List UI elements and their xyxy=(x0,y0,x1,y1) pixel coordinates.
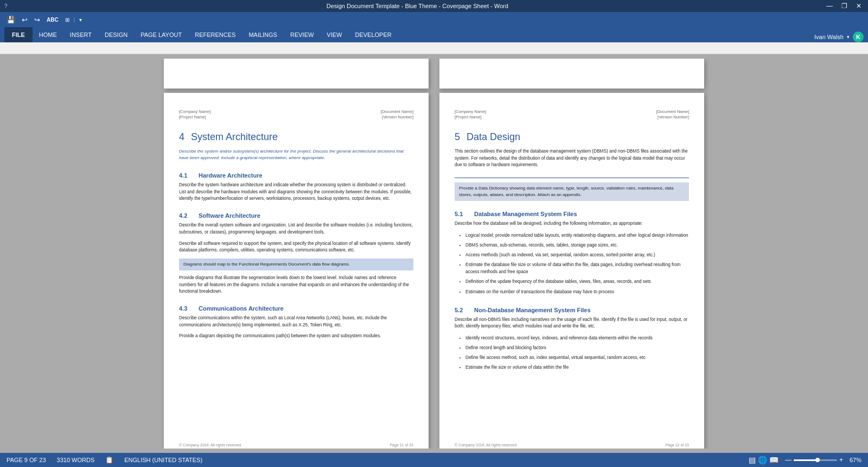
user-name: Ivan Walsh xyxy=(814,34,844,40)
right-partial-page xyxy=(439,59,704,89)
section5-highlight: Provide a Data Dictionary showing data e… xyxy=(455,182,689,201)
right-column: [Company Name] [Project Name] [Document … xyxy=(439,59,704,449)
left-column: [Company Name] [Project Name] [Document … xyxy=(164,59,429,449)
section41-title: Hardware Architecture xyxy=(199,172,263,179)
file-tab[interactable]: FILE xyxy=(4,27,33,42)
undo-icon[interactable]: ↩ xyxy=(20,15,30,25)
left-header-left: [Company Name] [Project Name] xyxy=(179,109,210,119)
section4-num: 4 xyxy=(179,131,184,143)
references-tab[interactable]: REFERENCES xyxy=(188,27,242,42)
user-area: Ivan Walsh ▾ K xyxy=(814,31,864,42)
section51-num: 5.1 xyxy=(455,211,470,217)
user-dropdown-icon[interactable]: ▾ xyxy=(847,34,850,40)
section43-title: Communications Architecture xyxy=(199,305,284,312)
bullet-item: Estimate the database file size or volum… xyxy=(465,261,689,275)
section41-heading: 4.1 Hardware Architecture xyxy=(179,172,413,179)
right-version-num: [Version Number] xyxy=(656,115,689,119)
bullet-item: Logical model; provide normalized table … xyxy=(465,232,689,239)
ribbon-content-area xyxy=(0,42,868,54)
left-project-name: [Project Name] xyxy=(179,115,210,119)
section51-intro: Describe how the database will be design… xyxy=(455,220,689,228)
left-footer-copyright: © Company 2016. All rights reserved. xyxy=(179,443,242,447)
left-company-name: [Company Name] xyxy=(179,109,210,114)
section42-body2: Describe all software required to suppor… xyxy=(179,241,413,254)
section42-body3: Provide diagrams that illustrate the seg… xyxy=(179,275,413,295)
spelling-icon[interactable]: ABC xyxy=(44,16,61,24)
view-tab[interactable]: VIEW xyxy=(320,27,348,42)
avatar: K xyxy=(853,31,864,42)
section5-num: 5 xyxy=(455,131,460,143)
bullet-item: Estimates on the number of transactions … xyxy=(465,288,689,295)
right-project-name: [Project Name] xyxy=(455,115,486,119)
section43-body1: Describe communications within the syste… xyxy=(179,315,413,329)
help-icon[interactable]: ? xyxy=(4,3,8,9)
title-bar-left: ? xyxy=(4,3,11,9)
section42-body1: Describe the overall system software and… xyxy=(179,222,413,236)
section51-heading: 5.1 Database Management System Files xyxy=(455,211,689,217)
right-page-footer: © Company 2016. All rights reserved. Pag… xyxy=(455,434,689,447)
right-header-left: [Company Name] [Project Name] xyxy=(455,109,486,119)
left-version-num: [Version Number] xyxy=(381,115,413,119)
section52-intro: Describe all non-DBMS files including na… xyxy=(455,317,689,330)
redo-icon[interactable]: ↪ xyxy=(32,15,42,25)
customize-icon[interactable]: ⊞ xyxy=(63,16,72,24)
section42-heading: 4.2 Software Architecture xyxy=(179,212,413,219)
developer-tab[interactable]: DEVELOPER xyxy=(348,27,398,42)
mailings-tab[interactable]: MAILINGS xyxy=(242,27,284,42)
pages-container: [Company Name] [Project Name] [Document … xyxy=(142,59,726,449)
section42-num: 4.2 xyxy=(179,212,194,219)
bullet-item: DBMS schemas, sub-schemas, records, sets… xyxy=(465,242,689,249)
bullet-item: Access methods (such as indexed, via set… xyxy=(465,251,689,258)
section43-heading: 4.3 Communications Architecture xyxy=(179,305,413,312)
right-footer-page: Page 12 of 23 xyxy=(665,443,689,447)
section41-body: Describe the system hardware architectur… xyxy=(179,182,413,203)
quick-access-toolbar: 💾 ↩ ↪ ABC ⊞ | ▾ xyxy=(0,12,868,27)
design-tab[interactable]: DESIGN xyxy=(98,27,134,42)
page-layout-tab[interactable]: PAGE LAYOUT xyxy=(134,27,188,42)
main-area: [Company Name] [Project Name] [Document … xyxy=(0,54,868,453)
section51-bullets: Logical model; provide normalized table … xyxy=(465,232,689,298)
review-tab[interactable]: REVIEW xyxy=(284,27,320,42)
right-doc-page: [Company Name] [Project Name] [Document … xyxy=(439,93,704,449)
left-page-footer: © Company 2016. All rights reserved. Pag… xyxy=(179,434,413,447)
bullet-item: Define record length and blocking factor… xyxy=(465,344,689,351)
bullet-item: Definition of the update frequency of th… xyxy=(465,278,689,285)
close-btn[interactable]: ✕ xyxy=(854,2,864,10)
section52-title: Non-Database Management System Files xyxy=(474,307,591,313)
right-doc-name: [Document Name] xyxy=(656,109,689,114)
qa-separator: | xyxy=(74,17,75,23)
section52-heading: 5.2 Non-Database Management System Files xyxy=(455,307,689,313)
bullet-item: Identify record structures, record keys,… xyxy=(465,335,689,342)
save-icon[interactable]: 💾 xyxy=(4,15,17,25)
window-title: Design Document Template - Blue Theme - … xyxy=(11,3,824,9)
restore-btn[interactable]: ❐ xyxy=(839,2,850,10)
section43-body2: Provide a diagram depicting the communic… xyxy=(179,333,413,340)
section51-title: Database Management System Files xyxy=(474,211,577,217)
right-footer-copyright: © Company 2016. All rights reserved. xyxy=(455,443,518,447)
section5-divider xyxy=(455,178,689,178)
right-page-header: [Company Name] [Project Name] [Document … xyxy=(455,109,689,119)
section4-italic-note: Describe the system and/or subsystem(s) … xyxy=(179,148,413,161)
section5-title: Data Design xyxy=(467,131,520,143)
home-tab[interactable]: HOME xyxy=(33,27,63,42)
left-footer-page: Page 11 of 23 xyxy=(390,443,413,447)
left-partial-page xyxy=(164,59,429,89)
section4-heading: 4 System Architecture xyxy=(179,131,413,143)
left-doc-name: [Document Name] xyxy=(381,109,413,114)
section43-num: 4.3 xyxy=(179,305,194,312)
section52-bullets: Identify record structures, record keys,… xyxy=(465,335,689,374)
window-controls: — ❐ ✕ xyxy=(824,2,864,10)
left-doc-page: [Company Name] [Project Name] [Document … xyxy=(164,93,429,449)
bullet-item: Define file access method, such as, inde… xyxy=(465,354,689,361)
section42-highlight: Diagrams should map to the Functional Re… xyxy=(179,258,413,270)
section4-title: System Architecture xyxy=(191,131,278,143)
dropdown-icon[interactable]: ▾ xyxy=(77,16,84,24)
section42-title: Software Architecture xyxy=(199,212,260,219)
section5-heading: 5 Data Design xyxy=(455,131,689,143)
section52-num: 5.2 xyxy=(455,307,470,313)
minimize-btn[interactable]: — xyxy=(824,2,835,10)
left-header-right: [Document Name] [Version Number] xyxy=(381,109,413,119)
insert-tab[interactable]: INSERT xyxy=(63,27,98,42)
section5-intro: This section outlines the design of the … xyxy=(455,148,689,169)
left-page-header: [Company Name] [Project Name] [Document … xyxy=(179,109,413,119)
